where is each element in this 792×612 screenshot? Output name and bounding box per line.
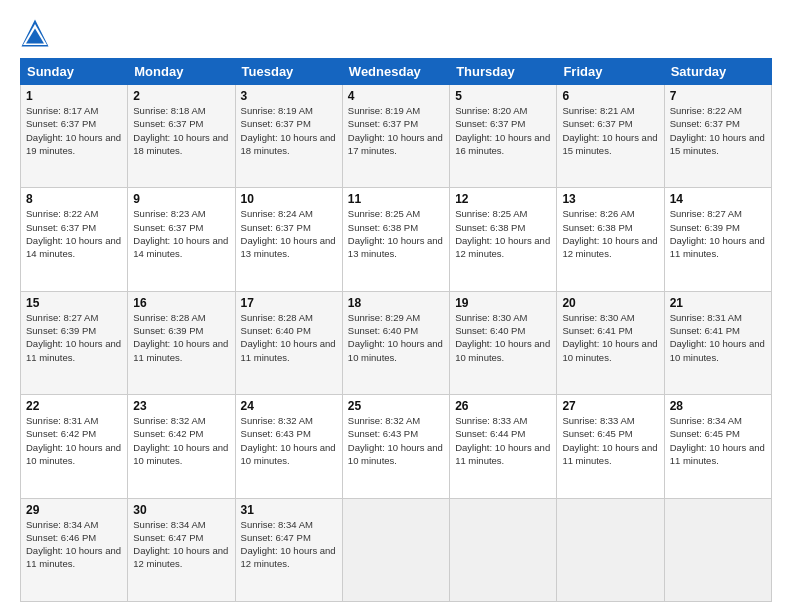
- calendar-day-header: Wednesday: [342, 59, 449, 85]
- day-info: Sunrise: 8:20 AMSunset: 6:37 PMDaylight:…: [455, 104, 551, 157]
- day-info: Sunrise: 8:24 AMSunset: 6:37 PMDaylight:…: [241, 207, 337, 260]
- calendar-day-cell: 14 Sunrise: 8:27 AMSunset: 6:39 PMDaylig…: [664, 188, 771, 291]
- day-number: 15: [26, 296, 122, 310]
- day-number: 27: [562, 399, 658, 413]
- calendar-day-cell: 27 Sunrise: 8:33 AMSunset: 6:45 PMDaylig…: [557, 395, 664, 498]
- calendar-day-cell: 1 Sunrise: 8:17 AMSunset: 6:37 PMDayligh…: [21, 85, 128, 188]
- day-info: Sunrise: 8:28 AMSunset: 6:39 PMDaylight:…: [133, 311, 229, 364]
- day-number: 12: [455, 192, 551, 206]
- day-number: 13: [562, 192, 658, 206]
- calendar-week-row: 22 Sunrise: 8:31 AMSunset: 6:42 PMDaylig…: [21, 395, 772, 498]
- page: SundayMondayTuesdayWednesdayThursdayFrid…: [0, 0, 792, 612]
- day-number: 22: [26, 399, 122, 413]
- calendar-day-cell: 13 Sunrise: 8:26 AMSunset: 6:38 PMDaylig…: [557, 188, 664, 291]
- day-info: Sunrise: 8:33 AMSunset: 6:44 PMDaylight:…: [455, 414, 551, 467]
- day-info: Sunrise: 8:27 AMSunset: 6:39 PMDaylight:…: [26, 311, 122, 364]
- calendar-day-cell: 20 Sunrise: 8:30 AMSunset: 6:41 PMDaylig…: [557, 291, 664, 394]
- day-number: 19: [455, 296, 551, 310]
- day-number: 18: [348, 296, 444, 310]
- calendar-day-header: Saturday: [664, 59, 771, 85]
- day-info: Sunrise: 8:29 AMSunset: 6:40 PMDaylight:…: [348, 311, 444, 364]
- day-number: 24: [241, 399, 337, 413]
- day-info: Sunrise: 8:22 AMSunset: 6:37 PMDaylight:…: [26, 207, 122, 260]
- calendar-day-cell: [450, 498, 557, 601]
- day-number: 9: [133, 192, 229, 206]
- calendar-day-cell: 21 Sunrise: 8:31 AMSunset: 6:41 PMDaylig…: [664, 291, 771, 394]
- calendar-week-row: 29 Sunrise: 8:34 AMSunset: 6:46 PMDaylig…: [21, 498, 772, 601]
- day-number: 30: [133, 503, 229, 517]
- calendar-day-cell: [342, 498, 449, 601]
- calendar-day-cell: 10 Sunrise: 8:24 AMSunset: 6:37 PMDaylig…: [235, 188, 342, 291]
- day-number: 29: [26, 503, 122, 517]
- calendar-day-cell: 24 Sunrise: 8:32 AMSunset: 6:43 PMDaylig…: [235, 395, 342, 498]
- calendar-day-cell: 25 Sunrise: 8:32 AMSunset: 6:43 PMDaylig…: [342, 395, 449, 498]
- calendar-day-cell: 12 Sunrise: 8:25 AMSunset: 6:38 PMDaylig…: [450, 188, 557, 291]
- day-number: 3: [241, 89, 337, 103]
- day-info: Sunrise: 8:21 AMSunset: 6:37 PMDaylight:…: [562, 104, 658, 157]
- calendar-week-row: 1 Sunrise: 8:17 AMSunset: 6:37 PMDayligh…: [21, 85, 772, 188]
- day-number: 28: [670, 399, 766, 413]
- calendar-day-cell: 29 Sunrise: 8:34 AMSunset: 6:46 PMDaylig…: [21, 498, 128, 601]
- calendar-week-row: 8 Sunrise: 8:22 AMSunset: 6:37 PMDayligh…: [21, 188, 772, 291]
- day-info: Sunrise: 8:17 AMSunset: 6:37 PMDaylight:…: [26, 104, 122, 157]
- day-info: Sunrise: 8:31 AMSunset: 6:41 PMDaylight:…: [670, 311, 766, 364]
- calendar-day-cell: 5 Sunrise: 8:20 AMSunset: 6:37 PMDayligh…: [450, 85, 557, 188]
- day-info: Sunrise: 8:26 AMSunset: 6:38 PMDaylight:…: [562, 207, 658, 260]
- calendar-table: SundayMondayTuesdayWednesdayThursdayFrid…: [20, 58, 772, 602]
- day-info: Sunrise: 8:22 AMSunset: 6:37 PMDaylight:…: [670, 104, 766, 157]
- day-number: 7: [670, 89, 766, 103]
- day-number: 4: [348, 89, 444, 103]
- calendar-day-cell: 22 Sunrise: 8:31 AMSunset: 6:42 PMDaylig…: [21, 395, 128, 498]
- day-info: Sunrise: 8:32 AMSunset: 6:43 PMDaylight:…: [348, 414, 444, 467]
- day-number: 6: [562, 89, 658, 103]
- day-info: Sunrise: 8:18 AMSunset: 6:37 PMDaylight:…: [133, 104, 229, 157]
- day-info: Sunrise: 8:34 AMSunset: 6:47 PMDaylight:…: [133, 518, 229, 571]
- calendar-day-cell: 15 Sunrise: 8:27 AMSunset: 6:39 PMDaylig…: [21, 291, 128, 394]
- calendar-header-row: SundayMondayTuesdayWednesdayThursdayFrid…: [21, 59, 772, 85]
- calendar-day-cell: 30 Sunrise: 8:34 AMSunset: 6:47 PMDaylig…: [128, 498, 235, 601]
- calendar-day-cell: 7 Sunrise: 8:22 AMSunset: 6:37 PMDayligh…: [664, 85, 771, 188]
- day-number: 8: [26, 192, 122, 206]
- day-info: Sunrise: 8:19 AMSunset: 6:37 PMDaylight:…: [348, 104, 444, 157]
- calendar-day-header: Monday: [128, 59, 235, 85]
- calendar-day-cell: [664, 498, 771, 601]
- day-number: 31: [241, 503, 337, 517]
- calendar-day-cell: 9 Sunrise: 8:23 AMSunset: 6:37 PMDayligh…: [128, 188, 235, 291]
- calendar-day-cell: 17 Sunrise: 8:28 AMSunset: 6:40 PMDaylig…: [235, 291, 342, 394]
- calendar-day-cell: 19 Sunrise: 8:30 AMSunset: 6:40 PMDaylig…: [450, 291, 557, 394]
- day-number: 26: [455, 399, 551, 413]
- day-info: Sunrise: 8:23 AMSunset: 6:37 PMDaylight:…: [133, 207, 229, 260]
- calendar-day-cell: 8 Sunrise: 8:22 AMSunset: 6:37 PMDayligh…: [21, 188, 128, 291]
- day-info: Sunrise: 8:33 AMSunset: 6:45 PMDaylight:…: [562, 414, 658, 467]
- calendar-day-cell: 31 Sunrise: 8:34 AMSunset: 6:47 PMDaylig…: [235, 498, 342, 601]
- day-info: Sunrise: 8:34 AMSunset: 6:45 PMDaylight:…: [670, 414, 766, 467]
- day-number: 21: [670, 296, 766, 310]
- day-info: Sunrise: 8:19 AMSunset: 6:37 PMDaylight:…: [241, 104, 337, 157]
- calendar-day-header: Friday: [557, 59, 664, 85]
- calendar-day-cell: 11 Sunrise: 8:25 AMSunset: 6:38 PMDaylig…: [342, 188, 449, 291]
- calendar-day-cell: 4 Sunrise: 8:19 AMSunset: 6:37 PMDayligh…: [342, 85, 449, 188]
- day-info: Sunrise: 8:30 AMSunset: 6:40 PMDaylight:…: [455, 311, 551, 364]
- day-number: 5: [455, 89, 551, 103]
- day-number: 1: [26, 89, 122, 103]
- day-number: 2: [133, 89, 229, 103]
- day-number: 11: [348, 192, 444, 206]
- calendar-body: 1 Sunrise: 8:17 AMSunset: 6:37 PMDayligh…: [21, 85, 772, 602]
- calendar-day-cell: 6 Sunrise: 8:21 AMSunset: 6:37 PMDayligh…: [557, 85, 664, 188]
- calendar-day-header: Tuesday: [235, 59, 342, 85]
- day-info: Sunrise: 8:32 AMSunset: 6:42 PMDaylight:…: [133, 414, 229, 467]
- day-info: Sunrise: 8:25 AMSunset: 6:38 PMDaylight:…: [455, 207, 551, 260]
- day-number: 17: [241, 296, 337, 310]
- logo: [20, 18, 54, 48]
- day-number: 10: [241, 192, 337, 206]
- calendar-day-header: Thursday: [450, 59, 557, 85]
- header: [20, 18, 772, 48]
- day-number: 16: [133, 296, 229, 310]
- day-info: Sunrise: 8:27 AMSunset: 6:39 PMDaylight:…: [670, 207, 766, 260]
- calendar-day-cell: 18 Sunrise: 8:29 AMSunset: 6:40 PMDaylig…: [342, 291, 449, 394]
- day-info: Sunrise: 8:34 AMSunset: 6:47 PMDaylight:…: [241, 518, 337, 571]
- logo-icon: [20, 18, 50, 48]
- calendar-day-cell: 3 Sunrise: 8:19 AMSunset: 6:37 PMDayligh…: [235, 85, 342, 188]
- day-number: 14: [670, 192, 766, 206]
- calendar-week-row: 15 Sunrise: 8:27 AMSunset: 6:39 PMDaylig…: [21, 291, 772, 394]
